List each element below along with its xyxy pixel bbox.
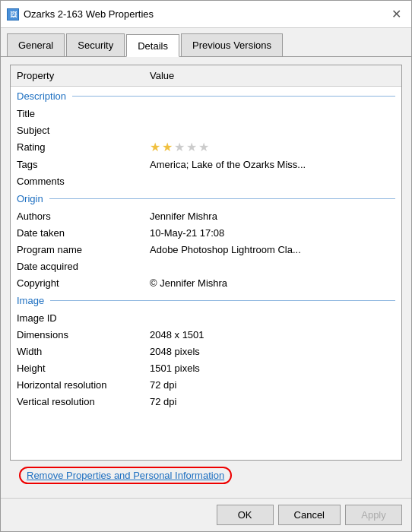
- row-title: Title: [11, 105, 401, 122]
- row-dimensions: Dimensions 2048 x 1501: [11, 326, 401, 343]
- stars-container: ★ ★ ★ ★ ★: [150, 140, 395, 154]
- val-date-acquired: [144, 264, 401, 268]
- row-h-resolution: Horizontal resolution 72 dpi: [11, 376, 401, 393]
- prop-title: Title: [11, 106, 144, 121]
- tab-details[interactable]: Details: [126, 34, 179, 57]
- val-date-taken: 10-May-21 17:08: [144, 226, 401, 240]
- remove-properties-link[interactable]: Remove Properties and Personal Informati…: [19, 467, 232, 484]
- table-container: Property Value Description Title Subject: [10, 65, 402, 461]
- tab-previous-versions[interactable]: Previous Versions: [181, 33, 283, 56]
- val-h-resolution: 72 dpi: [144, 378, 401, 392]
- prop-dimensions: Dimensions: [11, 328, 144, 342]
- row-comments: Comments: [11, 173, 401, 189]
- tab-general[interactable]: General: [7, 33, 65, 56]
- val-height: 1501 pixels: [144, 361, 401, 375]
- val-image-id: [144, 316, 401, 319]
- section-image-line: [50, 300, 395, 301]
- row-copyright: Copyright © Jennifer Mishra: [11, 274, 401, 291]
- row-v-resolution: Vertical resolution 72 dpi: [11, 393, 401, 410]
- star-4: ★: [186, 140, 197, 154]
- val-dimensions: 2048 x 1501: [144, 328, 401, 342]
- section-description-line: [72, 96, 395, 97]
- star-2: ★: [162, 140, 173, 154]
- prop-comments: Comments: [11, 174, 144, 188]
- val-subject: [144, 128, 401, 131]
- val-title: [144, 112, 401, 115]
- title-bar-left: 🖼 Ozarks 2-163 Web Properties: [7, 8, 154, 21]
- row-authors: Authors Jennifer Mishra: [11, 207, 401, 224]
- section-origin-line: [49, 198, 395, 199]
- button-bar: OK Cancel Apply: [1, 498, 411, 531]
- file-icon: 🖼: [7, 8, 19, 21]
- val-program-name: Adobe Photoshop Lightroom Cla...: [144, 242, 401, 257]
- col-header-property: Property: [11, 68, 144, 83]
- prop-program-name: Program name: [11, 242, 144, 257]
- section-description-label: Description: [17, 90, 66, 102]
- star-1: ★: [150, 140, 160, 154]
- window-title: Ozarks 2-163 Web Properties: [24, 8, 154, 20]
- tabs-bar: General Security Details Previous Versio…: [1, 28, 411, 57]
- prop-width: Width: [11, 344, 144, 359]
- row-subject: Subject: [11, 122, 401, 138]
- star-5: ★: [198, 140, 209, 154]
- prop-v-resolution: Vertical resolution: [11, 394, 144, 409]
- val-width: 2048 pixels: [144, 344, 401, 359]
- content-area: Property Value Description Title Subject: [1, 57, 411, 498]
- prop-subject: Subject: [11, 123, 144, 138]
- row-height: Height 1501 pixels: [11, 359, 401, 376]
- cancel-button[interactable]: Cancel: [278, 505, 341, 525]
- section-description: Description: [11, 87, 401, 105]
- prop-date-acquired: Date acquired: [11, 259, 144, 274]
- col-header-value: Value: [144, 68, 401, 83]
- prop-height: Height: [11, 361, 144, 375]
- prop-date-taken: Date taken: [11, 226, 144, 240]
- section-origin-label: Origin: [17, 193, 43, 204]
- table-header: Property Value: [11, 65, 401, 87]
- row-image-id: Image ID: [11, 309, 401, 326]
- scroll-area[interactable]: Description Title Subject Rating: [11, 87, 401, 460]
- row-width: Width 2048 pixels: [11, 343, 401, 359]
- close-button[interactable]: ✕: [387, 5, 405, 24]
- row-program-name: Program name Adobe Photoshop Lightroom C…: [11, 241, 401, 258]
- ok-button[interactable]: OK: [217, 505, 274, 525]
- bottom-link-area: Remove Properties and Personal Informati…: [10, 461, 402, 490]
- apply-button[interactable]: Apply: [345, 505, 402, 525]
- prop-rating: Rating: [11, 140, 144, 154]
- prop-image-id: Image ID: [11, 311, 144, 325]
- row-rating: Rating ★ ★ ★ ★ ★: [11, 138, 401, 156]
- prop-h-resolution: Horizontal resolution: [11, 378, 144, 392]
- val-rating: ★ ★ ★ ★ ★: [144, 138, 401, 156]
- section-image-label: Image: [17, 295, 44, 306]
- prop-authors: Authors: [11, 209, 144, 223]
- val-tags: America; Lake of the Ozarks Miss...: [144, 157, 401, 172]
- row-date-taken: Date taken 10-May-21 17:08: [11, 224, 401, 241]
- tab-security[interactable]: Security: [66, 33, 125, 56]
- star-3: ★: [174, 140, 185, 154]
- val-v-resolution: 72 dpi: [144, 394, 401, 409]
- prop-copyright: Copyright: [11, 276, 144, 290]
- section-origin: Origin: [11, 189, 401, 207]
- title-bar: 🖼 Ozarks 2-163 Web Properties ✕: [1, 1, 411, 28]
- row-date-acquired: Date acquired: [11, 258, 401, 274]
- row-tags: Tags America; Lake of the Ozarks Miss...: [11, 156, 401, 173]
- val-comments: [144, 179, 401, 182]
- prop-tags: Tags: [11, 157, 144, 172]
- val-authors: Jennifer Mishra: [144, 209, 401, 223]
- window: 🖼 Ozarks 2-163 Web Properties ✕ General …: [0, 0, 412, 532]
- val-copyright: © Jennifer Mishra: [144, 276, 401, 290]
- section-image: Image: [11, 291, 401, 309]
